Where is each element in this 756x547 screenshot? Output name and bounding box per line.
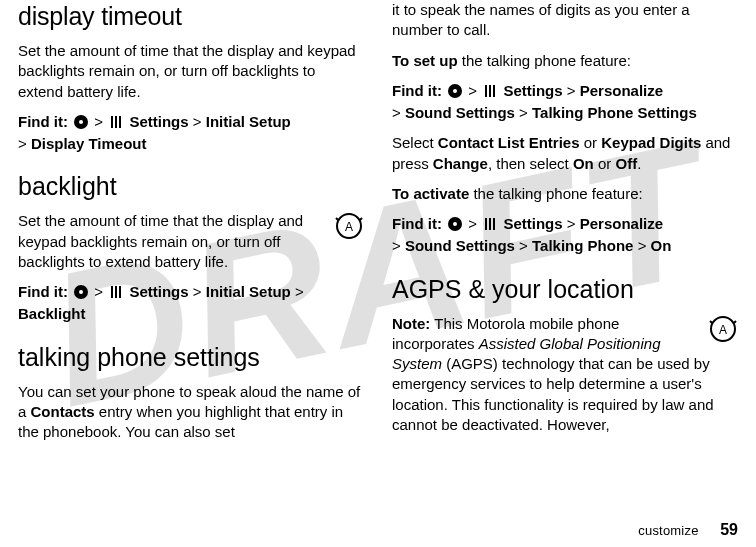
settings-label: Settings [129,113,188,130]
gt: > [567,82,576,99]
svg-rect-14 [489,218,491,230]
to-set-up-rest: the talking phone feature: [458,52,631,69]
right-column: it to speak the names of digits as you e… [392,0,738,510]
heading-agps: AGPS & your location [392,275,738,304]
change-label: Change [433,155,488,172]
findit-label: Find it: [18,283,68,300]
gt: > [392,237,401,254]
svg-rect-13 [485,218,487,230]
svg-line-6 [360,218,362,220]
settings-label: Settings [503,82,562,99]
center-key-icon [74,115,88,129]
findit-talking-setup: Find it: > Settings > Personalize > Soun… [392,81,738,124]
path-personalize: Personalize [580,215,663,232]
gt: > [392,104,401,121]
accessibility-icon: A [334,211,364,246]
para-backlight: A Set the amount of time that the displa… [18,211,364,272]
accessibility-icon: A [708,314,738,349]
para-select: Select Contact List Entries or Keypad Di… [392,133,738,174]
footer-section-label: customize [638,523,698,538]
findit-label: Find it: [392,82,442,99]
gt: > [567,215,576,232]
gt: > [94,113,103,130]
findit-display-timeout: Find it: > Settings > Initial Setup > Di… [18,112,364,155]
path-initial-setup: Initial Setup [206,283,291,300]
heading-backlight: backlight [18,172,364,201]
center-key-icon [448,84,462,98]
svg-rect-0 [111,116,113,128]
settings-icon [109,284,123,304]
gt: > [519,237,528,254]
path-backlight: Backlight [18,305,86,322]
para-talking-phone: You can set your phone to speak aloud th… [18,382,364,443]
findit-backlight: Find it: > Settings > Initial Setup > Ba… [18,282,364,325]
findit-label: Find it: [18,113,68,130]
t: . [637,155,641,172]
settings-icon [109,114,123,134]
svg-rect-2 [119,116,121,128]
para-to-activate: To activate the talking phone feature: [392,184,738,204]
svg-line-5 [336,218,338,220]
svg-rect-7 [111,286,113,298]
svg-rect-15 [493,218,495,230]
to-set-up-label: To set up [392,52,458,69]
path-talking-phone: Talking Phone [532,237,633,254]
gt: > [193,113,202,130]
footer-page-number: 59 [720,521,738,538]
path-personalize: Personalize [580,82,663,99]
t: Select [392,134,438,151]
heading-display-timeout: display timeout [18,2,364,31]
contact-list-entries: Contact List Entries [438,134,580,151]
svg-rect-12 [493,85,495,97]
settings-icon [483,216,497,236]
t: or [580,134,602,151]
para-display-timeout: Set the amount of time that the display … [18,41,364,102]
svg-text:A: A [345,220,353,234]
to-activate-label: To activate [392,185,469,202]
keypad-digits: Keypad Digits [601,134,701,151]
path-display-timeout: Display Timeout [31,135,147,152]
backlight-text: Set the amount of time that the display … [18,212,303,270]
svg-rect-1 [115,116,117,128]
para-agps: A Note: This Motorola mobile phone incor… [392,314,738,436]
left-column: display timeout Set the amount of time t… [18,0,364,510]
gt: > [94,283,103,300]
findit-label: Find it: [392,215,442,232]
para-to-set-up: To set up the talking phone feature: [392,51,738,71]
off-label: Off [615,155,637,172]
center-key-icon [448,217,462,231]
center-key-icon [74,285,88,299]
path-on: On [651,237,672,254]
contacts-label: Contacts [31,403,95,420]
path-talking-phone-settings: Talking Phone Settings [532,104,697,121]
path-initial-setup: Initial Setup [206,113,291,130]
gt: > [638,237,647,254]
note-label: Note: [392,315,430,332]
svg-text:A: A [719,323,727,337]
gt: > [193,283,202,300]
findit-talking-activate: Find it: > Settings > Personalize > Soun… [392,214,738,257]
t: or [594,155,616,172]
svg-line-18 [710,321,712,323]
heading-talking-phone: talking phone settings [18,343,364,372]
path-sound-settings: Sound Settings [405,237,515,254]
path-sound-settings: Sound Settings [405,104,515,121]
to-activate-rest: the talking phone feature: [469,185,642,202]
page-footer: customize 59 [638,521,738,539]
page-content: display timeout Set the amount of time t… [0,0,756,510]
gt: > [519,104,528,121]
gt: > [295,283,304,300]
gt: > [468,215,477,232]
svg-line-19 [734,321,736,323]
settings-label: Settings [129,283,188,300]
svg-rect-8 [115,286,117,298]
settings-label: Settings [503,215,562,232]
settings-icon [483,83,497,103]
gt: > [18,135,27,152]
para-cont: it to speak the names of digits as you e… [392,0,738,41]
t: , then select [488,155,573,172]
on-label: On [573,155,594,172]
svg-rect-11 [489,85,491,97]
svg-rect-9 [119,286,121,298]
svg-rect-10 [485,85,487,97]
